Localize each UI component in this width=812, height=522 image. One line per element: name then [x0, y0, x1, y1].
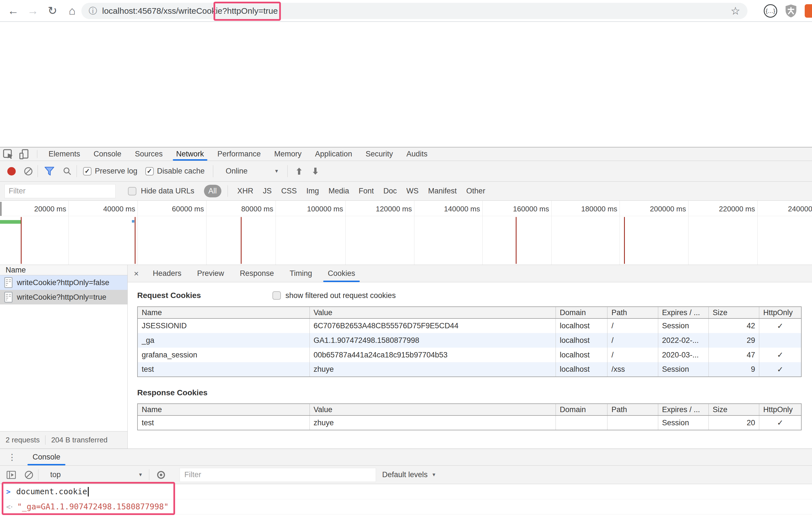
table-header-row: Name Value Domain Path Expires / ... Siz… — [137, 404, 801, 416]
col-domain[interactable]: Domain — [556, 307, 607, 319]
preserve-log-control[interactable]: ✓ Preserve log — [83, 167, 137, 176]
col-path[interactable]: Path — [607, 307, 658, 319]
cookie-expires: Session — [658, 319, 709, 333]
col-httponly[interactable]: HttpOnly — [759, 404, 801, 416]
cookie-row-jsessionid[interactable]: JSESSIONID 6C7076B2653A48CB55576D75F9E5C… — [137, 319, 801, 333]
timeline-label: 160000 ms — [481, 205, 549, 213]
tab-label: Application — [315, 150, 352, 158]
reload-icon[interactable]: ↻ — [43, 2, 62, 19]
filter-type-all[interactable]: All — [204, 185, 221, 197]
inspect-element-icon[interactable] — [0, 148, 16, 161]
detail-tab-timing[interactable]: Timing — [282, 265, 320, 282]
filter-type-manifest[interactable]: Manifest — [428, 187, 457, 195]
filter-type-xhr[interactable]: XHR — [237, 187, 253, 195]
drawer-tab-console[interactable]: Console — [24, 449, 69, 465]
detail-tab-headers[interactable]: Headers — [145, 265, 189, 282]
url-text[interactable]: localhost:45678/xss/writeCookie?httpOnly… — [102, 6, 278, 16]
load-event-line — [21, 217, 22, 264]
cookie-row-test-response[interactable]: test zhuye Session 20 ✓ — [137, 416, 801, 430]
request-list-header[interactable]: Name — [0, 265, 128, 275]
cookie-row-test[interactable]: test zhuye localhost /xss Session 9 ✓ — [137, 362, 801, 377]
tab-memory[interactable]: Memory — [267, 147, 308, 161]
tab-application[interactable]: Application — [308, 147, 359, 161]
detail-tab-preview[interactable]: Preview — [189, 265, 232, 282]
extension-orange-icon[interactable] — [805, 4, 812, 18]
tab-console[interactable]: Console — [87, 147, 128, 161]
tab-elements[interactable]: Elements — [42, 147, 87, 161]
record-button[interactable] — [7, 167, 16, 176]
col-path[interactable]: Path — [607, 404, 658, 416]
filter-type-media[interactable]: Media — [329, 187, 349, 195]
execution-context-select[interactable]: top ▼ — [50, 470, 143, 479]
cookie-row-ga[interactable]: _ga GA1.1.907472498.1580877998 localhost… — [137, 333, 801, 348]
clear-console-icon[interactable] — [24, 470, 34, 480]
log-levels-select[interactable]: Default levels ▼ — [382, 470, 436, 479]
request-row-false[interactable]: writeCookie?httpOnly=false — [0, 275, 128, 290]
col-value[interactable]: Value — [309, 404, 556, 416]
filter-type-doc[interactable]: Doc — [383, 187, 397, 195]
eye-icon[interactable] — [156, 470, 166, 480]
back-icon[interactable]: ← — [4, 2, 22, 19]
forward-icon[interactable]: → — [23, 2, 42, 19]
address-bar[interactable]: ⓘ localhost:45678/xss/writeCookie?httpOn… — [81, 3, 748, 19]
request-row-true[interactable]: writeCookie?httpOnly=true — [0, 290, 128, 304]
overview-request-tick — [132, 220, 134, 223]
detail-tab-response[interactable]: Response — [232, 265, 282, 282]
tab-performance[interactable]: Performance — [211, 147, 268, 161]
home-icon[interactable]: ⌂ — [63, 2, 81, 19]
throttling-select[interactable]: Online ▼ — [226, 167, 279, 176]
col-expires[interactable]: Expires / ... — [658, 404, 709, 416]
timeline-label: 20000 ms — [0, 205, 66, 213]
network-filter-input[interactable] — [4, 184, 116, 198]
col-name[interactable]: Name — [137, 404, 309, 416]
filter-type-img[interactable]: Img — [306, 187, 319, 195]
detail-tab-cookies[interactable]: Cookies — [320, 265, 363, 282]
timeline-label: 220000 ms — [687, 205, 755, 213]
filter-type-js[interactable]: JS — [263, 187, 272, 195]
col-domain[interactable]: Domain — [556, 404, 607, 416]
cookie-httponly-check: ✓ — [759, 416, 801, 430]
console-sidebar-icon[interactable] — [6, 470, 16, 480]
filter-type-other[interactable]: Other — [466, 187, 485, 195]
hide-data-urls-checkbox[interactable]: ✓ — [128, 187, 136, 195]
shield-extension-icon[interactable] — [785, 4, 797, 18]
import-har-icon[interactable] — [295, 166, 303, 176]
extension-braces-icon[interactable]: {…} — [764, 4, 777, 18]
tab-security[interactable]: Security — [359, 147, 400, 161]
filter-type-css[interactable]: CSS — [281, 187, 297, 195]
search-icon[interactable] — [62, 166, 72, 176]
close-icon[interactable]: × — [128, 269, 145, 278]
page-info-icon[interactable]: ⓘ — [89, 5, 97, 17]
network-overview-timeline[interactable]: 20000 ms 40000 ms 60000 ms 80000 ms 1000… — [0, 201, 812, 265]
col-size[interactable]: Size — [709, 307, 759, 319]
tab-network[interactable]: Network — [170, 147, 211, 161]
show-filtered-checkbox[interactable]: ✓ — [272, 291, 281, 300]
col-httponly[interactable]: HttpOnly — [759, 307, 801, 319]
device-toolbar-icon[interactable] — [16, 148, 33, 161]
preserve-log-checkbox[interactable]: ✓ — [83, 167, 92, 176]
cookie-httponly-check: ✓ — [759, 348, 801, 362]
col-value[interactable]: Value — [309, 307, 556, 319]
export-har-icon[interactable] — [311, 166, 320, 176]
tab-sources[interactable]: Sources — [128, 147, 170, 161]
disable-cache-control[interactable]: ✓ Disable cache — [146, 167, 205, 176]
console-filter-input[interactable] — [179, 468, 376, 482]
cookie-row-grafana[interactable]: grafana_session 00b65787a441a24ca18c915b… — [137, 348, 801, 362]
filter-type-ws[interactable]: WS — [406, 187, 419, 195]
console-input-text[interactable]: document.cookie — [16, 487, 87, 496]
console-prompt-row[interactable]: > document.cookie — [0, 484, 812, 499]
col-expires[interactable]: Expires / ... — [658, 307, 709, 319]
console-messages: > document.cookie <· "_ga=GA1.1.90747249… — [0, 484, 812, 521]
col-name[interactable]: Name — [137, 307, 309, 319]
filter-funnel-icon[interactable] — [44, 166, 55, 176]
cookie-httponly-check: ✓ — [759, 319, 801, 333]
timeline-label: 100000 ms — [275, 205, 343, 213]
kebab-menu-icon[interactable]: ⋮ — [0, 452, 24, 462]
clear-icon[interactable] — [23, 166, 33, 176]
disable-cache-checkbox[interactable]: ✓ — [146, 167, 154, 176]
bookmark-star-icon[interactable]: ☆ — [731, 5, 740, 17]
col-size[interactable]: Size — [709, 404, 759, 416]
hide-data-urls-label: Hide data URLs — [141, 187, 194, 195]
tab-audits[interactable]: Audits — [400, 147, 434, 161]
filter-type-font[interactable]: Font — [359, 187, 374, 195]
